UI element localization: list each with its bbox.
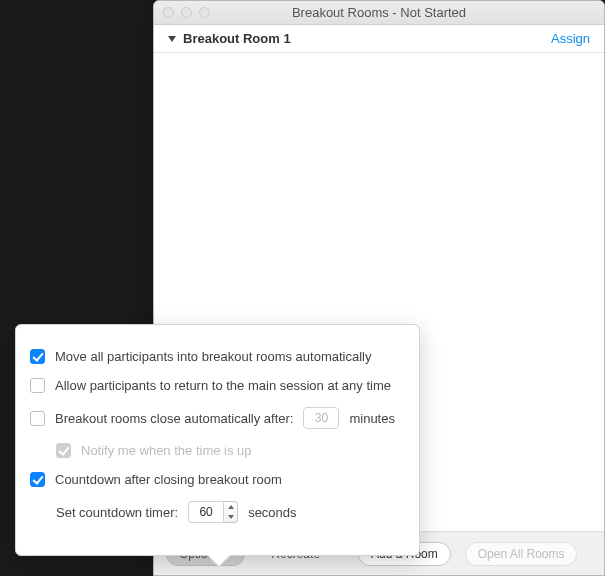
auto-close-checkbox[interactable] (30, 411, 45, 426)
arrow-down-icon (228, 515, 234, 519)
allow-return-label: Allow participants to return to the main… (55, 378, 391, 393)
auto-move-label: Move all participants into breakout room… (55, 349, 371, 364)
titlebar[interactable]: Breakout Rooms - Not Started (154, 1, 604, 25)
auto-close-minutes-input[interactable] (303, 407, 339, 429)
options-popover: Move all participants into breakout room… (15, 324, 420, 556)
auto-move-checkbox[interactable] (30, 349, 45, 364)
notify-label: Notify me when the time is up (81, 443, 252, 458)
room-name: Breakout Room 1 (183, 31, 291, 46)
notify-checkbox (56, 443, 71, 458)
countdown-label: Countdown after closing breakout room (55, 472, 282, 487)
auto-close-label-before: Breakout rooms close automatically after… (55, 411, 293, 426)
assign-button[interactable]: Assign (551, 31, 590, 46)
room-row[interactable]: Breakout Room 1 Assign (154, 25, 604, 53)
arrow-up-icon (228, 505, 234, 509)
countdown-timer-label-after: seconds (248, 505, 296, 520)
stepper-down-button[interactable] (224, 512, 237, 522)
countdown-timer-input[interactable] (188, 501, 224, 523)
countdown-timer-label-before: Set countdown timer: (56, 505, 178, 520)
disclosure-triangle-icon[interactable] (168, 36, 176, 42)
countdown-timer-stepper[interactable] (188, 501, 238, 523)
allow-return-checkbox[interactable] (30, 378, 45, 393)
stepper-up-button[interactable] (224, 502, 237, 512)
window-title: Breakout Rooms - Not Started (154, 5, 604, 20)
open-all-rooms-button: Open All Rooms (465, 542, 578, 566)
auto-close-label-after: minutes (349, 411, 395, 426)
countdown-checkbox[interactable] (30, 472, 45, 487)
